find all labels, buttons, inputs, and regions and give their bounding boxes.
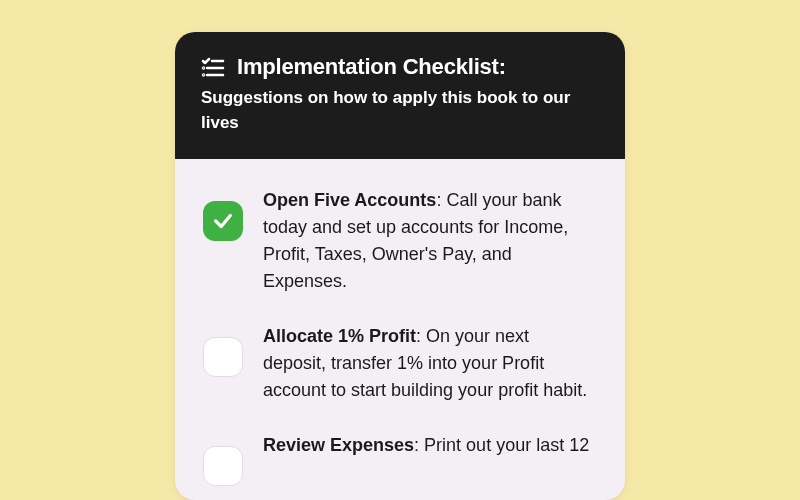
checklist-card: Implementation Checklist: Suggestions on… <box>175 32 625 500</box>
checklist-items: Open Five Accounts: Call your bank today… <box>175 159 625 486</box>
card-header: Implementation Checklist: Suggestions on… <box>175 32 625 159</box>
item-title: Allocate 1% Profit <box>263 326 416 346</box>
item-title: Review Expenses <box>263 435 414 455</box>
card-subtitle: Suggestions on how to apply this book to… <box>201 86 599 135</box>
card-title: Implementation Checklist: <box>237 54 506 80</box>
checklist-item: Review Expenses: Print out your last 12 <box>203 432 597 486</box>
item-text: Review Expenses: Print out your last 12 <box>263 432 597 459</box>
item-text: Open Five Accounts: Call your bank today… <box>263 187 597 295</box>
item-body: : Print out your last 12 <box>414 435 589 455</box>
checklist-item: Open Five Accounts: Call your bank today… <box>203 187 597 295</box>
item-title: Open Five Accounts <box>263 190 436 210</box>
checkbox-unchecked[interactable] <box>203 446 243 486</box>
checkbox-unchecked[interactable] <box>203 337 243 377</box>
checkbox-checked[interactable] <box>203 201 243 241</box>
svg-point-4 <box>203 75 204 76</box>
title-row: Implementation Checklist: <box>201 54 599 80</box>
checklist-icon <box>201 55 225 79</box>
checklist-item: Allocate 1% Profit: On your next deposit… <box>203 323 597 404</box>
check-icon <box>212 210 234 232</box>
svg-point-3 <box>203 68 204 69</box>
item-text: Allocate 1% Profit: On your next deposit… <box>263 323 597 404</box>
